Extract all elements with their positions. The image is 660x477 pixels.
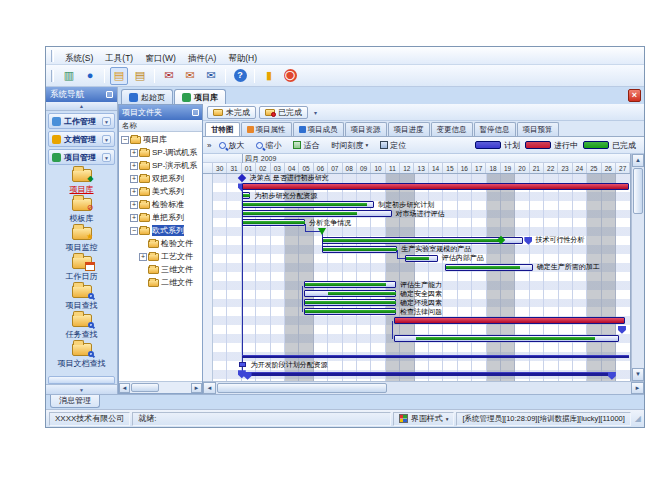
tree-node-6[interactable]: +单把系列 <box>119 211 202 224</box>
pin-icon[interactable] <box>106 91 113 98</box>
power-icon[interactable]: ◯ <box>281 67 299 85</box>
sidebar-section-work-management[interactable]: 工作管理▼ <box>48 113 115 129</box>
tree-expander-icon[interactable]: + <box>139 253 147 261</box>
folder-switch-icon[interactable]: ▤ <box>131 67 149 85</box>
task-bar[interactable] <box>394 317 624 324</box>
gantt-tab-7[interactable]: 项目预算 <box>517 122 559 136</box>
resize-grip-icon[interactable]: ◢ <box>635 414 641 423</box>
lock-icon[interactable]: ▮ <box>260 67 278 85</box>
tree-expander-icon[interactable]: + <box>130 214 138 222</box>
gantt-tab-6[interactable]: 暂停信息 <box>474 122 516 136</box>
tree-node-3[interactable]: +双把系列 <box>119 172 202 185</box>
task-bar[interactable] <box>322 237 523 244</box>
sidebar-section-project-management[interactable]: 项目管理▼ <box>48 149 115 165</box>
task-bar[interactable] <box>322 246 398 253</box>
menu-system[interactable]: 系统(S) <box>59 51 99 65</box>
tree-node-10[interactable]: 三维文件 <box>119 263 202 276</box>
chevron-down-icon[interactable]: ▼ <box>102 135 111 144</box>
screen-icon[interactable]: ▥ <box>60 67 78 85</box>
task-bar[interactable] <box>394 335 619 342</box>
task-bar[interactable] <box>304 308 396 315</box>
tree-node-9[interactable]: +工艺文件 <box>119 250 202 263</box>
task-bar[interactable] <box>445 264 533 271</box>
message-management-tab[interactable]: 消息管理 <box>50 395 100 408</box>
menu-tools[interactable]: 工具(T) <box>99 51 139 65</box>
task-bar[interactable] <box>242 219 305 226</box>
sidebar-item-project-search[interactable]: 项目查找 <box>46 285 117 311</box>
tool-fit-button[interactable]: 适合 <box>289 138 323 153</box>
vscroll-thumb[interactable] <box>633 168 643 214</box>
open-folder-icon[interactable]: ▤ <box>110 67 128 85</box>
sidebar-item-work-calendar[interactable]: 工作日历 <box>46 256 117 282</box>
tree-expander-icon[interactable]: + <box>130 162 138 170</box>
task-bar[interactable] <box>304 299 396 306</box>
collapsed-section-header[interactable] <box>48 376 115 384</box>
tree-expander-icon[interactable]: + <box>130 188 138 196</box>
scroll-up-icon[interactable]: ▲ <box>632 154 644 167</box>
task-bar[interactable] <box>242 192 251 199</box>
schedule-mail-icon[interactable]: ✉ <box>202 67 220 85</box>
tree-scroll-right-icon[interactable]: ► <box>191 383 202 393</box>
tab-start-page[interactable]: 起始页 <box>121 89 173 104</box>
close-icon[interactable]: × <box>628 89 641 102</box>
tree-node-5[interactable]: +检验标准 <box>119 198 202 211</box>
menu-window[interactable]: 窗口(W) <box>139 51 182 65</box>
tree-expander-icon[interactable]: − <box>121 136 129 144</box>
tool-zoom-out-button[interactable]: 缩小 <box>252 138 285 153</box>
scroll-left-icon[interactable]: ◄ <box>203 382 216 394</box>
scroll-down-icon[interactable]: ▼ <box>632 368 644 381</box>
task-bar[interactable] <box>304 290 396 297</box>
tree-node-4[interactable]: +美式系列 <box>119 185 202 198</box>
filter-overflow-button[interactable]: ▾ <box>311 109 320 116</box>
tree-expander-icon[interactable]: − <box>130 227 138 235</box>
tree-scroll-left-icon[interactable]: ◄ <box>119 383 130 393</box>
task-mail-icon[interactable]: ✉ <box>181 67 199 85</box>
tree-scroll-thumb[interactable] <box>131 383 159 392</box>
toolbar-overflow-icon[interactable]: » <box>207 141 211 150</box>
tree-node-11[interactable]: 二维文件 <box>119 276 202 289</box>
task-bar[interactable] <box>242 201 374 208</box>
gantt-tab-4[interactable]: 项目进度 <box>388 122 430 136</box>
tool-zoom-in-button[interactable]: 放大 <box>215 138 248 153</box>
sidebar-item-project-doc-search[interactable]: 项目文档查找 <box>46 343 117 369</box>
tree-node-2[interactable]: +SP-演示机系 <box>119 159 202 172</box>
tree-expander-icon[interactable]: + <box>130 201 138 209</box>
chevron-down-icon[interactable]: ▼ <box>102 117 111 126</box>
tree-node-1[interactable]: +SP-调试机系 <box>119 146 202 159</box>
menu-plugins[interactable]: 插件(A) <box>182 51 222 65</box>
tree-node-8[interactable]: 检验文件 <box>119 237 202 250</box>
report-mail-icon[interactable]: ✉ <box>160 67 178 85</box>
summary-bar[interactable] <box>242 355 629 359</box>
task-bar[interactable] <box>304 281 396 288</box>
interface-style-button[interactable]: 界面样式 ▾ <box>393 412 455 426</box>
chevron-down-icon[interactable]: ▼ <box>102 153 111 162</box>
tree-node-7[interactable]: −欧式系列 <box>119 224 202 237</box>
sidebar-section-document-management[interactable]: 文档管理▼ <box>48 131 115 147</box>
tool-time-scale-button[interactable]: 时间刻度▾ <box>327 138 372 153</box>
menubar-grip[interactable] <box>51 50 54 62</box>
gantt-tab-1[interactable]: 项目属性 <box>241 122 292 136</box>
globe-icon[interactable]: ● <box>81 67 99 85</box>
summary-bar[interactable] <box>248 372 612 376</box>
toolbar-grip[interactable] <box>51 70 54 82</box>
sidebar-item-project-monitor[interactable]: ★项目监控 <box>46 227 117 253</box>
menu-help[interactable]: 帮助(H) <box>222 51 263 65</box>
task-bar[interactable] <box>405 255 438 262</box>
gantt-tab-0[interactable]: 甘特图 <box>205 122 240 136</box>
scroll-right-icon[interactable]: ► <box>631 382 644 394</box>
sidebar-collapse-button[interactable]: ▲ <box>46 102 117 111</box>
tab-project-library[interactable]: 项目库 <box>174 89 226 104</box>
tree-expander-icon[interactable]: + <box>130 149 138 157</box>
hscroll-thumb[interactable] <box>217 383 387 393</box>
tree-expander-icon[interactable]: + <box>130 175 138 183</box>
filter-completed-button[interactable]: 已完成 <box>259 106 308 119</box>
gantt-tab-3[interactable]: 项目资源 <box>345 122 387 136</box>
gantt-tab-2[interactable]: 项目成员 <box>293 122 344 136</box>
sidebar-item-project-library[interactable]: ◆项目库 <box>46 169 117 195</box>
sidebar-item-template-library[interactable]: ⊘模板库 <box>46 198 117 224</box>
task-marker-icon[interactable] <box>239 362 246 367</box>
filter-incomplete-button[interactable]: 未完成 <box>207 106 256 119</box>
task-bar[interactable] <box>242 183 629 190</box>
sidebar-item-task-search[interactable]: 任务查找 <box>46 314 117 340</box>
task-bar[interactable] <box>242 210 392 217</box>
